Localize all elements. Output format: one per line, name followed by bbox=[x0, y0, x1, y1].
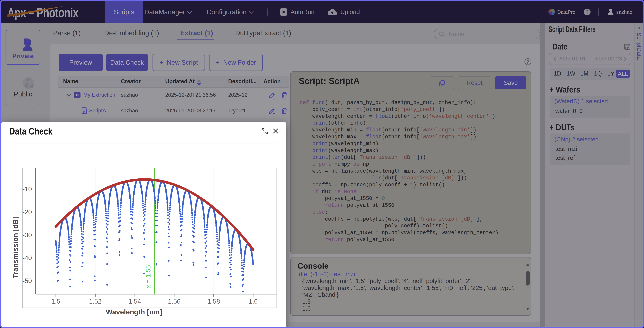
svg-text:x = 1.55: x = 1.55 bbox=[145, 265, 152, 288]
svg-text:1.54: 1.54 bbox=[128, 298, 141, 305]
svg-text:-50: -50 bbox=[22, 277, 32, 284]
svg-text:1.56: 1.56 bbox=[168, 298, 180, 305]
svg-text:1.6: 1.6 bbox=[249, 298, 258, 305]
svg-text:-40: -40 bbox=[22, 254, 32, 261]
svg-text:1.52: 1.52 bbox=[89, 298, 102, 305]
svg-text:-30: -30 bbox=[22, 231, 32, 239]
svg-text:1.58: 1.58 bbox=[208, 298, 220, 305]
svg-text:1.5: 1.5 bbox=[51, 298, 60, 305]
svg-text:-20: -20 bbox=[22, 208, 32, 216]
svg-text:Transmission [dB]: Transmission [dB] bbox=[12, 217, 19, 278]
svg-text:-10: -10 bbox=[22, 186, 32, 193]
svg-text:Wavelength [um]: Wavelength [um] bbox=[106, 308, 162, 316]
